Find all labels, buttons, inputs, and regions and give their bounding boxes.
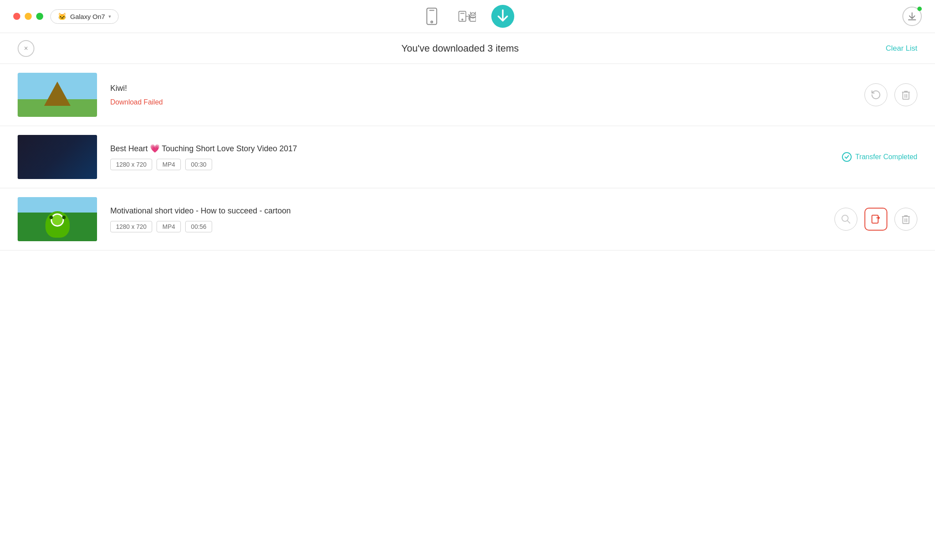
titlebar-left: 🐱 Galaxy On7 ▾ [13, 9, 119, 24]
list-item: Motivational short video - How to succee… [0, 188, 935, 250]
item-actions-best-heart: Transfer Completed [842, 152, 917, 162]
svg-point-2 [431, 21, 433, 23]
retry-button-kiwi[interactable] [864, 83, 887, 106]
device-name: Galaxy On7 [70, 13, 105, 20]
item-meta-best-heart: 1280 x 720 MP4 00:30 [110, 159, 829, 170]
item-title-best-heart: Best Heart 💗 Touching Short Love Story V… [110, 144, 829, 153]
svg-point-10 [471, 15, 472, 15]
item-title-kiwi: Kiwi! [110, 84, 851, 93]
item-meta-motivational: 1280 x 720 MP4 00:56 [110, 221, 821, 232]
list-item: Best Heart 💗 Touching Short Love Story V… [0, 126, 935, 188]
svg-line-9 [475, 12, 475, 14]
resolution-badge: 1280 x 720 [110, 221, 152, 232]
resolution-badge: 1280 x 720 [110, 159, 152, 170]
item-status-kiwi: Download Failed [110, 98, 851, 106]
item-title-motivational: Motivational short video - How to succee… [110, 206, 821, 216]
clear-list-button[interactable]: Clear List [886, 44, 917, 53]
duration-badge: 00:56 [185, 221, 212, 232]
svg-rect-18 [903, 92, 909, 99]
item-actions-kiwi [864, 83, 917, 106]
check-icon [842, 152, 852, 162]
svg-rect-25 [903, 217, 909, 224]
svg-point-11 [474, 15, 475, 15]
transfer-button-motivational[interactable] [864, 208, 887, 231]
android-nav-icon[interactable] [456, 5, 478, 27]
svg-line-22 [847, 220, 850, 223]
close-button[interactable]: × [18, 40, 34, 57]
download-nav-button[interactable] [491, 5, 514, 28]
traffic-lights [13, 13, 43, 20]
svg-rect-23 [872, 215, 878, 223]
item-info-best-heart: Best Heart 💗 Touching Short Love Story V… [97, 144, 842, 170]
format-badge: MP4 [157, 159, 181, 170]
titlebar-right [902, 7, 922, 26]
maximize-traffic-light[interactable] [36, 13, 43, 20]
delete-button-motivational[interactable] [894, 208, 917, 231]
phone-nav-icon[interactable] [421, 5, 443, 27]
status-green-dot [917, 7, 922, 11]
item-info-motivational: Motivational short video - How to succee… [97, 206, 834, 232]
format-badge: MP4 [157, 221, 181, 232]
svg-point-5 [462, 19, 463, 20]
thumbnail-kiwi [18, 73, 97, 117]
item-actions-motivational [834, 208, 917, 231]
page-title: You've downloaded 3 items [401, 43, 519, 54]
titlebar: 🐱 Galaxy On7 ▾ [0, 0, 935, 33]
thumbnail-best-heart [18, 135, 97, 179]
list-item: Kiwi! Download Failed [0, 64, 935, 126]
titlebar-center [421, 5, 514, 28]
svg-line-8 [470, 12, 471, 14]
minimize-traffic-light[interactable] [25, 13, 32, 20]
device-selector[interactable]: 🐱 Galaxy On7 ▾ [50, 9, 119, 24]
duration-badge: 00:30 [185, 159, 212, 170]
thumbnail-motivational [18, 197, 97, 241]
download-status-icon[interactable] [902, 7, 922, 26]
device-cat-icon: 🐱 [58, 12, 67, 21]
item-info-kiwi: Kiwi! Download Failed [97, 84, 864, 106]
transfer-completed-status: Transfer Completed [842, 152, 917, 162]
delete-button-kiwi[interactable] [894, 83, 917, 106]
main-header: × You've downloaded 3 items Clear List [0, 33, 935, 64]
close-traffic-light[interactable] [13, 13, 20, 20]
search-button-motivational[interactable] [834, 208, 857, 231]
chevron-down-icon: ▾ [108, 14, 111, 19]
transfer-completed-label: Transfer Completed [855, 153, 917, 161]
